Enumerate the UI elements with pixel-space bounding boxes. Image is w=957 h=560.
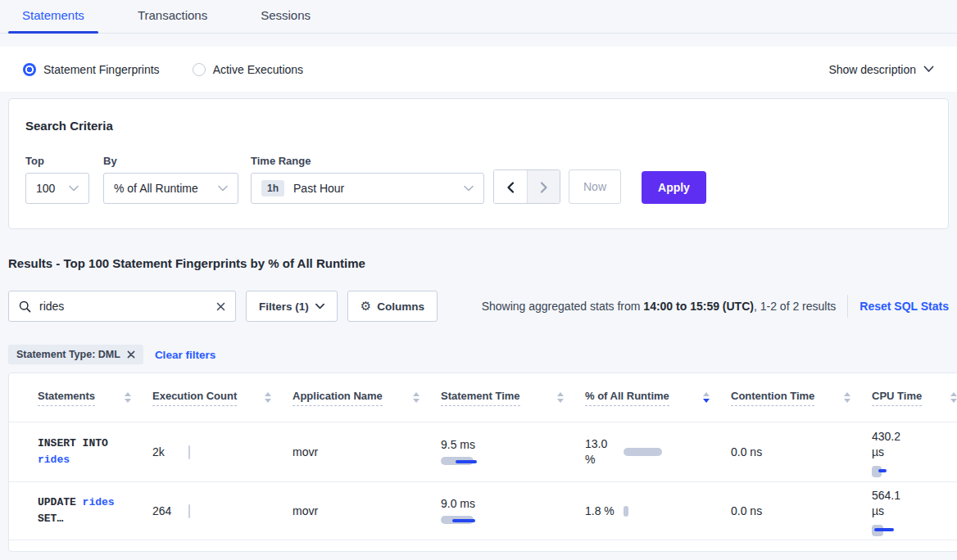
sort-up-caret	[844, 392, 850, 396]
sort-up-caret	[265, 392, 271, 396]
radio-unselected-icon	[193, 63, 206, 76]
sql-text: INSERT INTO	[38, 437, 108, 449]
show-description-label: Show description	[828, 63, 916, 76]
sort-carets-icon[interactable]	[844, 392, 850, 403]
sort-carets-icon[interactable]	[125, 392, 131, 403]
runtime-percent-cell: 13.0 %	[585, 436, 731, 467]
sort-down-caret	[557, 399, 564, 403]
show-description-toggle[interactable]: Show description	[828, 63, 934, 76]
runtime-percent-bar	[624, 506, 628, 517]
by-field: By % of All Runtime	[103, 155, 238, 204]
search-criteria-title: Search Criteria	[25, 119, 932, 133]
bar-mean	[456, 460, 477, 463]
statements-table: StatementsExecution CountApplication Nam…	[8, 373, 957, 552]
column-header-statements[interactable]: Statements	[38, 373, 152, 422]
sort-carets-icon[interactable]	[950, 392, 957, 403]
sql-line: SET…	[38, 511, 152, 527]
radio-selected-icon	[23, 63, 36, 76]
sql-text: UPDATE	[38, 496, 83, 508]
columns-button[interactable]: ⚙ Columns	[347, 291, 438, 322]
radio-active-executions[interactable]: Active Executions	[193, 63, 304, 76]
chevron-down-icon	[923, 65, 934, 73]
remove-filter-icon[interactable]	[127, 350, 135, 359]
cpu-time-cell: 564.1 µs	[872, 488, 957, 535]
statement-time-cell: 9.5 ms	[441, 438, 585, 467]
now-button[interactable]: Now	[569, 169, 621, 204]
runtime-percent-cell: 1.8 %	[585, 504, 731, 519]
search-criteria-panel: Search Criteria Top 100 By % of All Runt…	[8, 98, 949, 229]
sort-carets-icon[interactable]	[265, 392, 271, 403]
top-value: 100	[36, 182, 69, 195]
column-header-statement-time[interactable]: Statement Time	[441, 373, 585, 422]
bar-mean	[452, 519, 475, 522]
column-header-label: Statement Time	[441, 390, 520, 406]
filters-button[interactable]: Filters (1)	[246, 291, 338, 322]
by-value: % of All Runtime	[114, 182, 218, 195]
column-header-of-all-runtime[interactable]: % of All Runtime	[585, 373, 731, 422]
execution-count-cell: 2k	[152, 445, 293, 459]
application-name-cell: movr	[293, 504, 441, 517]
filter-chip-statement-type[interactable]: Statement Type: DML	[8, 345, 143, 364]
column-header-application-name[interactable]: Application Name	[293, 373, 441, 422]
top-label: Top	[25, 155, 89, 167]
execution-count-value: 2k	[152, 445, 180, 458]
statement-fingerprint-link[interactable]: rides	[38, 454, 70, 466]
reset-sql-stats-link[interactable]: Reset SQL Stats	[859, 300, 949, 313]
chevron-right-icon	[540, 182, 548, 193]
chevron-left-icon	[506, 182, 515, 193]
column-header-contention-time[interactable]: Contention Time	[731, 373, 872, 422]
sql-line: UPDATE rides	[38, 495, 152, 511]
by-label: By	[103, 155, 238, 167]
column-header-execution-count[interactable]: Execution Count	[152, 373, 293, 422]
chevron-down-icon	[315, 303, 324, 309]
search-icon	[19, 300, 31, 313]
time-range-value: Past Hour	[293, 182, 464, 195]
search-box[interactable]	[8, 291, 236, 322]
sort-up-caret	[703, 392, 710, 396]
sort-carets-icon[interactable]	[703, 392, 710, 403]
contention-time-cell: 0.0 ns	[731, 445, 872, 458]
radio-label: Active Executions	[213, 63, 304, 76]
top-select[interactable]: 100	[25, 173, 89, 204]
tab-statements[interactable]: Statements	[22, 8, 84, 33]
sort-carets-icon[interactable]	[413, 392, 420, 403]
statements-cell: UPDATE ridesSET…	[38, 495, 152, 527]
contention-time-value: 0.0 ns	[731, 504, 762, 517]
sort-up-caret	[557, 392, 564, 396]
execution-count-bar	[188, 504, 190, 518]
sort-carets-icon[interactable]	[557, 392, 564, 403]
time-range-field: Time Range 1h Past Hour	[251, 155, 484, 204]
column-header-label: Contention Time	[731, 390, 814, 406]
statement-time-bar	[441, 515, 506, 526]
statement-time-value: 9.0 ms	[441, 497, 585, 510]
results-heading: Results - Top 100 Statement Fingerprints…	[8, 256, 949, 270]
column-header-cpu-time[interactable]: CPU Time	[872, 373, 957, 422]
aggregated-stats-text: Showing aggregated stats from 14:00 to 1…	[482, 300, 837, 313]
sort-down-caret	[413, 399, 420, 403]
chevron-down-icon	[218, 185, 228, 192]
statement-time-value: 9.5 ms	[441, 438, 585, 451]
column-header-label: Application Name	[293, 390, 383, 406]
radio-statement-fingerprints[interactable]: Statement Fingerprints	[23, 63, 160, 76]
statement-time-bar	[441, 456, 506, 467]
application-name-cell: movr	[293, 445, 441, 458]
cpu-time-cell: 430.2 µs	[872, 429, 957, 476]
sort-down-caret	[125, 399, 131, 403]
search-input[interactable]	[39, 300, 216, 313]
cpu-time-value: 564.1 µs	[872, 488, 908, 519]
time-range-select[interactable]: 1h Past Hour	[251, 173, 484, 204]
next-time-button[interactable]	[527, 170, 560, 204]
clear-filters-link[interactable]: Clear filters	[155, 349, 215, 361]
chevron-down-icon	[69, 185, 79, 192]
clear-search-icon[interactable]	[216, 302, 225, 311]
apply-button[interactable]: Apply	[642, 171, 706, 204]
previous-time-button[interactable]	[494, 170, 527, 204]
tab-sessions[interactable]: Sessions	[261, 8, 311, 33]
contention-time-value: 0.0 ns	[731, 445, 762, 458]
by-select[interactable]: % of All Runtime	[103, 173, 238, 204]
tab-transactions[interactable]: Transactions	[138, 8, 207, 33]
sort-down-caret	[265, 399, 271, 403]
filter-chip-row: Statement Type: DML Clear filters	[8, 345, 949, 364]
statement-fingerprint-link[interactable]: rides	[83, 496, 115, 508]
sort-up-caret	[413, 392, 420, 396]
